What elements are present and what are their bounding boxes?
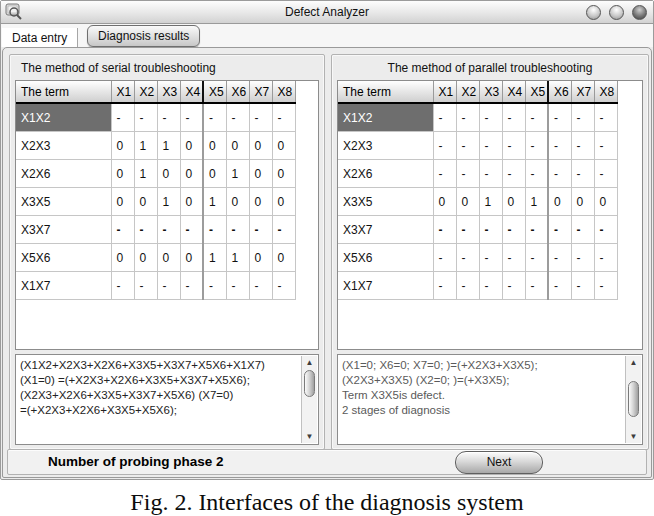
- value-cell: 1: [134, 160, 157, 188]
- value-cell: -: [594, 244, 617, 272]
- maximize-button[interactable]: [609, 5, 624, 20]
- table-row[interactable]: X1X2--------: [338, 103, 617, 132]
- table-row[interactable]: X3X7--------: [338, 216, 617, 244]
- column-header[interactable]: X8: [272, 81, 295, 103]
- value-cell: -: [548, 244, 571, 272]
- log-line: (X1=0; X6=0; X7=0; )=(+X2X3+X3X5);: [342, 358, 622, 373]
- table-row[interactable]: X3X500101000: [338, 188, 617, 216]
- table-row[interactable]: X1X7--------: [338, 272, 617, 300]
- column-header[interactable]: X5: [203, 81, 226, 103]
- value-cell: -: [249, 216, 272, 244]
- parallel-results-table[interactable]: The termX1X2X3X4X5X6X7X8 X1X2--------X2X…: [337, 80, 643, 350]
- value-cell: 0: [272, 188, 295, 216]
- value-cell: -: [157, 103, 180, 132]
- value-cell: 0: [111, 244, 134, 272]
- serial-results-table[interactable]: The termX1X2X3X4X5X6X7X8 X1X2--------X2X…: [15, 80, 319, 350]
- table-row[interactable]: X2X3--------: [338, 132, 617, 160]
- column-header[interactable]: X5: [525, 81, 548, 103]
- column-header[interactable]: X8: [594, 81, 617, 103]
- column-header[interactable]: X2: [456, 81, 479, 103]
- value-cell: -: [571, 216, 594, 244]
- scrollbar-thumb[interactable]: [628, 381, 639, 417]
- value-cell: 0: [203, 132, 226, 160]
- value-cell: 0: [203, 160, 226, 188]
- value-cell: 0: [249, 160, 272, 188]
- column-header-term[interactable]: The term: [16, 81, 111, 103]
- scroll-up-icon[interactable]: ▲: [627, 356, 640, 369]
- value-cell: -: [594, 272, 617, 300]
- log-line: (X2X3+X2X6+X3X5+X3X7+X5X6) (X7=0): [20, 388, 298, 403]
- value-cell: -: [249, 103, 272, 132]
- status-bar: Number of probing phase 2 Next: [7, 449, 647, 475]
- column-header[interactable]: X3: [479, 81, 502, 103]
- column-header[interactable]: X7: [249, 81, 272, 103]
- value-cell: 1: [157, 132, 180, 160]
- table-row[interactable]: X3X500101000: [16, 188, 295, 216]
- value-cell: -: [548, 216, 571, 244]
- term-cell: X2X6: [16, 160, 111, 188]
- table-row[interactable]: X2X6--------: [338, 160, 617, 188]
- value-cell: -: [479, 103, 502, 132]
- value-cell: -: [571, 103, 594, 132]
- table-row[interactable]: X5X6--------: [338, 244, 617, 272]
- scroll-down-icon[interactable]: ▼: [303, 430, 316, 443]
- value-cell: 1: [525, 188, 548, 216]
- column-header[interactable]: X3: [157, 81, 180, 103]
- column-header[interactable]: X1: [111, 81, 134, 103]
- value-cell: 0: [272, 132, 295, 160]
- scrollbar-thumb[interactable]: [304, 370, 315, 397]
- value-cell: -: [502, 272, 525, 300]
- table-row[interactable]: X1X7--------: [16, 272, 295, 300]
- value-cell: -: [525, 132, 548, 160]
- value-cell: -: [111, 216, 134, 244]
- serial-troubleshooting-panel: The method of serial troubleshooting The…: [9, 54, 325, 450]
- term-cell: X1X7: [16, 272, 111, 300]
- value-cell: -: [456, 272, 479, 300]
- value-cell: 0: [134, 244, 157, 272]
- value-cell: 0: [180, 188, 203, 216]
- column-header[interactable]: X7: [571, 81, 594, 103]
- scroll-down-icon[interactable]: ▼: [627, 430, 640, 443]
- log-line: =(+X2X3+X2X6+X3X5+X5X6);: [20, 403, 298, 418]
- term-cell: X1X2: [16, 103, 111, 132]
- term-cell: X2X3: [338, 132, 433, 160]
- table-row[interactable]: X1X2--------: [16, 103, 295, 132]
- next-button[interactable]: Next: [455, 451, 543, 474]
- column-header-term[interactable]: The term: [338, 81, 433, 103]
- value-cell: 1: [479, 188, 502, 216]
- column-header[interactable]: X1: [433, 81, 456, 103]
- parallel-troubleshooting-panel: The method of parallel troubleshooting T…: [331, 54, 649, 450]
- value-cell: -: [479, 132, 502, 160]
- parallel-diagnosis-log[interactable]: (X1=0; X6=0; X7=0; )=(+X2X3+X3X5);(X2X3+…: [337, 354, 643, 445]
- column-header[interactable]: X4: [180, 81, 203, 103]
- table-row[interactable]: X2X301100000: [16, 132, 295, 160]
- scroll-up-icon[interactable]: ▲: [303, 356, 316, 369]
- value-cell: -: [548, 160, 571, 188]
- value-cell: -: [272, 216, 295, 244]
- tab-bar: Data entry Diagnosis results: [1, 24, 653, 47]
- minimize-button[interactable]: [586, 5, 601, 20]
- table-row[interactable]: X5X600001100: [16, 244, 295, 272]
- column-header[interactable]: X4: [502, 81, 525, 103]
- value-cell: 0: [157, 160, 180, 188]
- column-header[interactable]: X6: [548, 81, 571, 103]
- value-cell: -: [433, 132, 456, 160]
- table-row[interactable]: X2X601000100: [16, 160, 295, 188]
- column-header[interactable]: X2: [134, 81, 157, 103]
- vertical-scrollbar[interactable]: ▲ ▼: [625, 356, 641, 443]
- close-button[interactable]: [632, 5, 647, 20]
- tab-data-entry[interactable]: Data entry: [2, 28, 78, 47]
- value-cell: 0: [226, 188, 249, 216]
- table-row[interactable]: X3X7--------: [16, 216, 295, 244]
- value-cell: -: [226, 272, 249, 300]
- value-cell: -: [180, 216, 203, 244]
- value-cell: -: [571, 272, 594, 300]
- tab-diagnosis-results[interactable]: Diagnosis results: [87, 25, 200, 47]
- value-cell: 0: [111, 188, 134, 216]
- term-cell: X1X7: [338, 272, 433, 300]
- term-cell: X2X6: [338, 160, 433, 188]
- serial-diagnosis-log[interactable]: (X1X2+X2X3+X2X6+X3X5+X3X7+X5X6+X1X7)(X1=…: [15, 354, 319, 445]
- value-cell: -: [272, 272, 295, 300]
- vertical-scrollbar[interactable]: ▲ ▼: [301, 356, 317, 443]
- column-header[interactable]: X6: [226, 81, 249, 103]
